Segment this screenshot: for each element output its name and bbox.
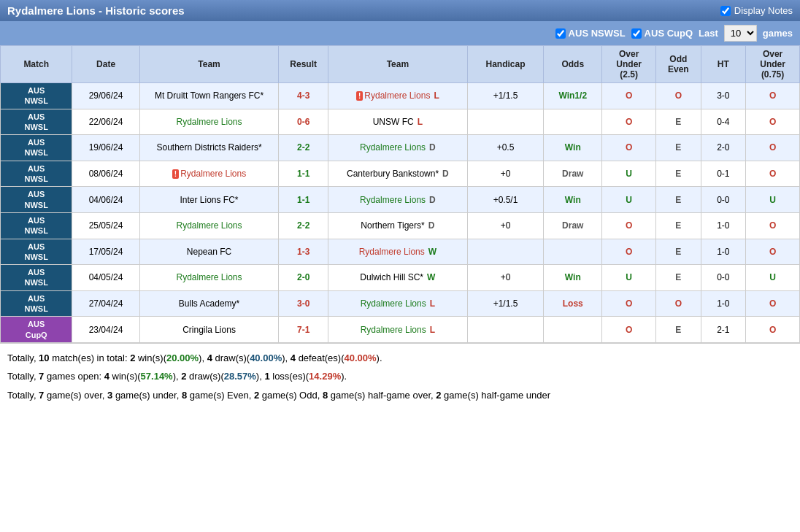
over-under-075: O: [746, 317, 800, 343]
team-home: Cringila Lions: [139, 317, 279, 343]
ht-score: 3-0: [701, 83, 746, 109]
aus-cupq-filter[interactable]: AUS CupQ: [631, 28, 693, 39]
display-notes-checkbox[interactable]: [720, 6, 731, 16]
handicap: [467, 109, 544, 135]
over-under-075: O: [746, 290, 800, 317]
ht-score: 0-4: [701, 109, 746, 135]
ht-score: 2-0: [701, 135, 746, 161]
table-row: AUSNWSL27/04/24Bulls Academy*3-0Rydalmer…: [1, 290, 800, 317]
handicap: +0: [467, 265, 544, 291]
over-under-075: O: [746, 109, 800, 135]
league-cell: AUSNWSL: [1, 212, 72, 239]
over-under-25: O: [602, 135, 656, 161]
team-away: Dulwich Hill SC*W: [328, 265, 468, 291]
over-under-075: U: [746, 187, 800, 213]
handicap: +0: [467, 212, 544, 239]
filter-bar: AUS NSWSL AUS CupQ Last 5 10 15 20 25 30…: [0, 21, 800, 45]
odds: Win: [544, 135, 602, 161]
col-over-under-075: OverUnder(0.75): [746, 46, 800, 83]
team-home: Southern Districts Raiders*: [139, 135, 279, 161]
match-date: 08/06/24: [72, 161, 139, 187]
over-under-25: O: [602, 317, 656, 343]
ht-score: 2-1: [701, 317, 746, 343]
summary-line2: Totally, 7 games open: 4 win(s)(57.14%),…: [7, 368, 793, 385]
odds: Draw: [544, 161, 602, 187]
aus-nswsl-checkbox[interactable]: [555, 28, 566, 39]
odds: [544, 239, 602, 265]
odd-even: E: [656, 135, 701, 161]
match-date: 23/04/24: [72, 317, 139, 343]
match-date: 29/06/24: [72, 83, 139, 109]
odd-even: E: [656, 109, 701, 135]
ht-score: 0-0: [701, 265, 746, 291]
team-home: Rydalmere Lions: [139, 265, 279, 291]
match-date: 04/06/24: [72, 187, 139, 213]
over-under-075: O: [746, 239, 800, 265]
team-home: Inter Lions FC*: [139, 187, 279, 213]
ht-score: 0-1: [701, 161, 746, 187]
table-row: AUSNWSL29/06/24Mt Druitt Town Rangers FC…: [1, 83, 800, 109]
table-row: AUSNWSL22/06/24Rydalmere Lions0-6UNSW FC…: [1, 109, 800, 135]
handicap: +0: [467, 161, 544, 187]
over-under-25: O: [602, 212, 656, 239]
col-odd-even: OddEven: [656, 46, 701, 83]
scores-table: Match Date Team Result Team Handicap Odd…: [0, 45, 800, 343]
match-result: 2-0: [279, 265, 328, 291]
match-date: 19/06/24: [72, 135, 139, 161]
page-title: Rydalmere Lions - Historic scores: [7, 4, 185, 17]
match-date: 27/04/24: [72, 290, 139, 317]
table-row: AUSNWSL17/05/24Nepean FC1-3Rydalmere Lio…: [1, 239, 800, 265]
match-result: 2-2: [279, 212, 328, 239]
ht-score: 0-0: [701, 187, 746, 213]
over-under-075: O: [746, 135, 800, 161]
games-select[interactable]: 5 10 15 20 25 30 All: [724, 25, 757, 42]
aus-cupq-checkbox[interactable]: [631, 28, 642, 39]
odd-even: O: [656, 83, 701, 109]
odds: [544, 317, 602, 343]
odd-even: E: [656, 239, 701, 265]
team-away: Canterbury Bankstown*D: [328, 161, 468, 187]
table-row: AUSNWSL04/05/24Rydalmere Lions2-0Dulwich…: [1, 265, 800, 291]
team-away: Rydalmere LionsW: [328, 239, 468, 265]
team-home: Rydalmere Lions: [139, 109, 279, 135]
ht-score: 1-0: [701, 212, 746, 239]
over-under-25: U: [602, 265, 656, 291]
league-cell: AUSCupQ: [1, 317, 72, 343]
over-under-25: O: [602, 290, 656, 317]
table-row: AUSNWSL25/05/24Rydalmere Lions2-2Norther…: [1, 212, 800, 239]
match-date: 22/06/24: [72, 109, 139, 135]
display-notes-label: Display Notes: [734, 5, 793, 16]
table-row: AUSCupQ23/04/24Cringila Lions7-1Rydalmer…: [1, 317, 800, 343]
handicap: [467, 317, 544, 343]
team-away: UNSW FCL: [328, 109, 468, 135]
match-result: 3-0: [279, 290, 328, 317]
col-date: Date: [72, 46, 139, 83]
match-date: 25/05/24: [72, 212, 139, 239]
odds: [544, 109, 602, 135]
team-home: Bulls Academy*: [139, 290, 279, 317]
over-under-25: O: [602, 109, 656, 135]
league-cell: AUSNWSL: [1, 135, 72, 161]
handicap: +1/1.5: [467, 290, 544, 317]
match-result: 1-1: [279, 187, 328, 213]
over-under-075: O: [746, 212, 800, 239]
team-home: Mt Druitt Town Rangers FC*: [139, 83, 279, 109]
handicap: [467, 239, 544, 265]
summary-line1: Totally, 10 match(es) in total: 2 win(s)…: [7, 350, 793, 366]
team-home: Nepean FC: [139, 239, 279, 265]
col-over-under-25: OverUnder(2.5): [602, 46, 656, 83]
handicap: +1/1.5: [467, 83, 544, 109]
team-away: !Rydalmere LionsL: [328, 83, 468, 109]
table-wrapper: Match Date Team Result Team Handicap Odd…: [0, 45, 800, 343]
odd-even: E: [656, 187, 701, 213]
match-result: 1-1: [279, 161, 328, 187]
team-away: Rydalmere LionsL: [328, 290, 468, 317]
match-result: 7-1: [279, 317, 328, 343]
col-match: Match: [1, 46, 72, 83]
league-cell: AUSNWSL: [1, 290, 72, 317]
col-handicap: Handicap: [467, 46, 544, 83]
league-cell: AUSNWSL: [1, 161, 72, 187]
match-date: 04/05/24: [72, 265, 139, 291]
aus-nswsl-filter[interactable]: AUS NSWSL: [555, 28, 626, 39]
last-label: Last: [699, 28, 718, 39]
